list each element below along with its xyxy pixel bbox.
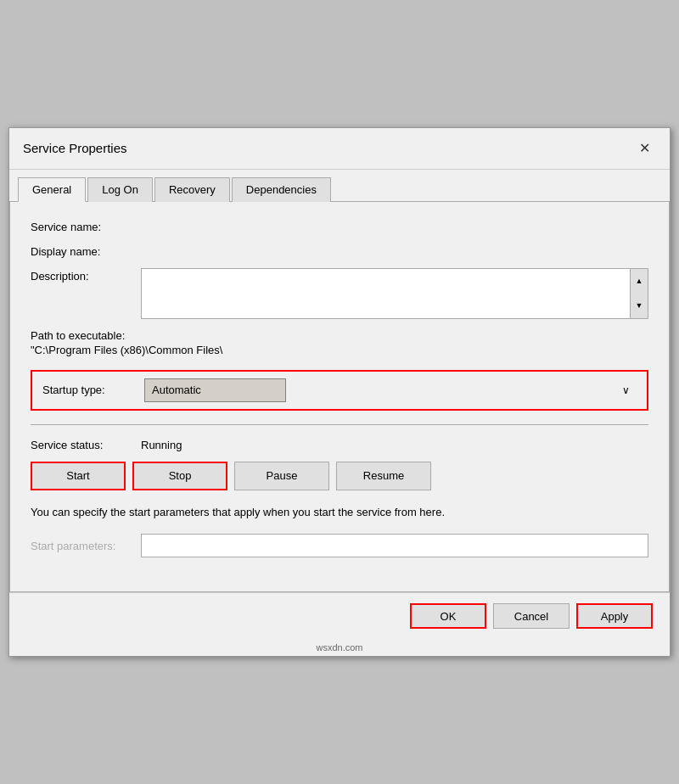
path-value: "C:\Program Files (x86)\Common Files\ (31, 344, 648, 356)
divider (31, 424, 648, 425)
description-row: Description: ▲ ▼ (31, 268, 648, 319)
display-name-row: Display name: (31, 244, 648, 258)
service-status-row: Service status: Running (31, 439, 648, 451)
pause-button[interactable]: Pause (234, 462, 329, 490)
startup-type-select-wrapper: Automatic Automatic (Delayed Start) Manu… (144, 378, 637, 402)
tab-dependencies[interactable]: Dependencies (232, 177, 331, 202)
scroll-buttons: ▲ ▼ (631, 268, 648, 319)
tab-recovery[interactable]: Recovery (154, 177, 230, 202)
service-name-row: Service name: (31, 219, 648, 233)
ok-button[interactable]: OK (410, 603, 486, 629)
service-buttons-row: Start Stop Pause Resume (31, 462, 648, 490)
scroll-up-button[interactable]: ▲ (631, 269, 648, 294)
cancel-button[interactable]: Cancel (493, 603, 570, 629)
service-status-value: Running (141, 439, 182, 451)
start-button[interactable]: Start (31, 462, 126, 490)
stop-button[interactable]: Stop (132, 462, 227, 490)
info-text: You can specify the start parameters tha… (31, 504, 648, 521)
path-label: Path to executable: (31, 329, 648, 342)
dialog-footer: OK Cancel Apply (9, 592, 670, 639)
service-name-label: Service name: (31, 219, 141, 233)
description-label: Description: (31, 268, 141, 283)
apply-button[interactable]: Apply (576, 603, 653, 629)
resume-button[interactable]: Resume (336, 462, 431, 490)
start-params-row: Start parameters: (31, 534, 648, 557)
start-params-input[interactable] (141, 534, 648, 557)
startup-type-select[interactable]: Automatic Automatic (Delayed Start) Manu… (144, 378, 286, 402)
service-status-label: Service status: (31, 439, 141, 451)
tab-general[interactable]: General (18, 177, 86, 202)
description-box: ▲ ▼ (141, 268, 648, 319)
startup-type-section: Startup type: Automatic Automatic (Delay… (31, 370, 648, 411)
close-button[interactable]: ✕ (632, 137, 656, 160)
start-params-label: Start parameters: (31, 540, 141, 552)
description-scrollable (141, 268, 631, 319)
startup-type-label: Startup type: (42, 384, 144, 396)
tab-content-general: Service name: Display name: Description:… (9, 202, 670, 593)
tab-logon[interactable]: Log On (87, 177, 153, 202)
dialog-title: Service Properties (23, 141, 127, 155)
tabs-container: General Log On Recovery Dependencies (9, 170, 670, 202)
watermark: wsxdn.com (9, 639, 670, 656)
path-section: Path to executable: "C:\Program Files (x… (31, 329, 648, 356)
scroll-down-button[interactable]: ▼ (631, 294, 648, 318)
title-bar: Service Properties ✕ (9, 128, 670, 170)
dialog-window: Service Properties ✕ General Log On Reco… (8, 127, 671, 658)
display-name-label: Display name: (31, 244, 141, 258)
